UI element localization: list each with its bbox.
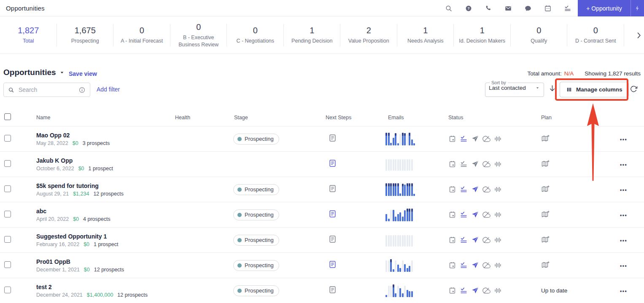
- calendar-icon[interactable]: [544, 5, 552, 12]
- row-checkbox[interactable]: [4, 261, 11, 268]
- cloud-off-icon[interactable]: [482, 185, 490, 193]
- voicemail-icon[interactable]: [494, 211, 502, 219]
- activity-log-icon[interactable]: [564, 5, 571, 12]
- cloud-off-icon[interactable]: [482, 236, 490, 244]
- opportunity-name[interactable]: Suggested Opportunity 1: [36, 233, 175, 240]
- next-steps-note-icon[interactable]: [328, 260, 337, 269]
- row-checkbox[interactable]: [4, 287, 11, 293]
- add-to-map-icon[interactable]: [541, 185, 550, 194]
- row-menu-button[interactable]: •••: [609, 162, 627, 168]
- next-steps-note-icon[interactable]: [328, 159, 337, 168]
- voicemail-icon[interactable]: [494, 160, 502, 168]
- send-email-icon[interactable]: [471, 185, 479, 193]
- voicemail-icon[interactable]: [494, 236, 502, 244]
- pipeline-stage-stat[interactable]: 0 Qualify: [511, 17, 568, 54]
- next-steps-note-icon[interactable]: [328, 235, 337, 244]
- next-steps-note-icon[interactable]: [328, 134, 337, 142]
- log-activity-icon[interactable]: [460, 261, 468, 269]
- schedule-calendar-icon[interactable]: [448, 160, 456, 168]
- log-activity-icon[interactable]: [460, 160, 468, 168]
- send-email-icon[interactable]: [471, 236, 479, 244]
- send-email-icon[interactable]: [471, 211, 479, 219]
- voicemail-icon[interactable]: [494, 185, 502, 193]
- row-checkbox[interactable]: [4, 236, 11, 243]
- schedule-calendar-icon[interactable]: [448, 236, 456, 244]
- info-icon[interactable]: [78, 86, 86, 94]
- row-checkbox[interactable]: [4, 135, 11, 142]
- row-menu-button[interactable]: •••: [609, 137, 627, 142]
- sort-direction-icon[interactable]: [548, 84, 556, 92]
- next-steps-note-icon[interactable]: [328, 209, 337, 218]
- new-opportunity-button[interactable]: + Opportunity: [578, 0, 644, 16]
- pipeline-stage-stat[interactable]: 1,827 Total: [0, 17, 57, 54]
- add-to-map-icon[interactable]: [541, 261, 550, 270]
- schedule-calendar-icon[interactable]: [448, 135, 456, 143]
- add-to-map-icon[interactable]: [541, 134, 550, 143]
- cloud-off-icon[interactable]: [482, 287, 490, 295]
- add-to-map-icon[interactable]: [541, 236, 550, 244]
- next-steps-note-icon[interactable]: [328, 285, 337, 294]
- opportunity-name[interactable]: Pro01 OppB: [36, 258, 175, 265]
- help-icon[interactable]: [465, 5, 472, 12]
- opportunity-name[interactable]: $5k spend for tutoring: [36, 182, 175, 189]
- log-activity-icon[interactable]: [460, 236, 468, 244]
- pipeline-stage-stat[interactable]: 0 D - Contract Sent: [567, 17, 624, 54]
- chat-icon[interactable]: [524, 5, 532, 12]
- next-steps-note-icon[interactable]: [328, 184, 337, 193]
- schedule-calendar-icon[interactable]: [448, 185, 456, 193]
- cloud-off-icon[interactable]: [482, 160, 490, 168]
- row-checkbox[interactable]: [4, 211, 11, 217]
- pipeline-stage-stat[interactable]: 1 Needs Analysis: [397, 17, 454, 54]
- opportunity-name[interactable]: Jakub K Opp: [36, 157, 175, 164]
- cloud-off-icon[interactable]: [482, 211, 490, 219]
- schedule-calendar-icon[interactable]: [448, 261, 456, 269]
- cloud-off-icon[interactable]: [482, 261, 490, 269]
- opportunity-name[interactable]: test 2: [36, 284, 175, 290]
- send-email-icon[interactable]: [471, 261, 479, 269]
- voicemail-icon[interactable]: [494, 287, 502, 295]
- pipeline-stage-stat[interactable]: 1 Pending Decision: [284, 17, 341, 54]
- row-menu-button[interactable]: •••: [609, 238, 627, 244]
- log-activity-icon[interactable]: [460, 185, 468, 193]
- add-to-map-icon[interactable]: [541, 210, 550, 219]
- pipeline-scroll-right-icon[interactable]: [635, 31, 643, 40]
- cloud-off-icon[interactable]: [482, 135, 490, 143]
- schedule-calendar-icon[interactable]: [448, 211, 456, 219]
- send-email-icon[interactable]: [471, 160, 479, 168]
- log-activity-icon[interactable]: [460, 287, 468, 295]
- pipeline-stage-stat[interactable]: 0 B - Executive Business Review: [170, 17, 227, 54]
- send-email-icon[interactable]: [471, 287, 479, 295]
- pipeline-stage-stat[interactable]: 1 Id. Decision Makers: [454, 17, 511, 54]
- quick-actions-button[interactable]: [631, 0, 644, 16]
- add-filter-link[interactable]: Add filter: [97, 86, 120, 93]
- row-menu-button[interactable]: •••: [609, 212, 627, 218]
- log-activity-icon[interactable]: [460, 135, 468, 143]
- phone-icon[interactable]: [485, 5, 492, 12]
- schedule-calendar-icon[interactable]: [448, 287, 456, 295]
- search-input[interactable]: [18, 86, 75, 94]
- voicemail-icon[interactable]: [494, 261, 502, 269]
- pipeline-stage-stat[interactable]: 0 C - Negotiations: [227, 17, 284, 54]
- row-checkbox[interactable]: [4, 160, 11, 167]
- row-checkbox[interactable]: [4, 185, 11, 192]
- sort-by-dropdown[interactable]: Sort by Last contacted: [485, 80, 544, 97]
- view-title-dropdown[interactable]: Opportunities: [3, 68, 65, 77]
- row-menu-button[interactable]: •••: [609, 288, 627, 294]
- save-view-link[interactable]: Save view: [69, 70, 97, 77]
- pipeline-stage-stat[interactable]: 1,675 Prospecting: [57, 17, 114, 54]
- add-to-map-icon[interactable]: [541, 160, 550, 169]
- manage-columns-button[interactable]: Manage columns: [560, 82, 629, 97]
- pipeline-stage-stat[interactable]: 0 A - Initial Forecast: [113, 17, 170, 54]
- search-icon[interactable]: [445, 5, 453, 12]
- opportunity-name[interactable]: Mao Opp 02: [36, 132, 175, 139]
- log-activity-icon[interactable]: [460, 211, 468, 219]
- send-email-icon[interactable]: [471, 135, 479, 143]
- row-menu-button[interactable]: •••: [609, 263, 627, 269]
- mail-icon[interactable]: [504, 5, 512, 12]
- opportunity-name[interactable]: abc: [36, 208, 175, 215]
- voicemail-icon[interactable]: [494, 135, 502, 143]
- refresh-icon[interactable]: [630, 85, 638, 93]
- pipeline-stage-stat[interactable]: 2 Value Proposition: [340, 17, 397, 54]
- row-menu-button[interactable]: •••: [609, 187, 627, 193]
- select-all-checkbox[interactable]: [4, 113, 11, 120]
